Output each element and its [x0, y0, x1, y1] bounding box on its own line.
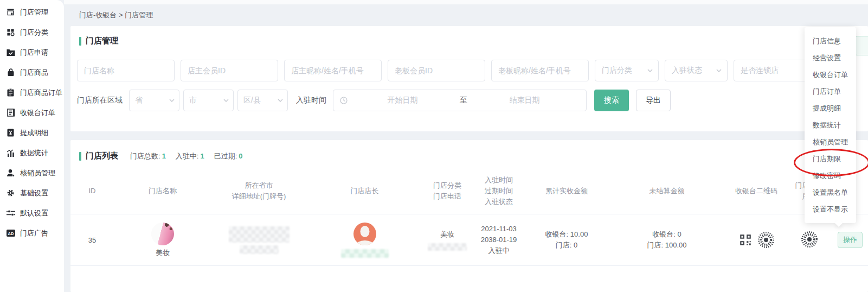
bar-chart-icon — [6, 148, 15, 157]
column-header-id: ID — [70, 168, 114, 214]
gear-icon — [6, 188, 15, 198]
breadcrumb-text: 门店-收银台 > 门店管理 — [79, 11, 153, 19]
received-cashier: 收银台: 10.00 — [528, 229, 605, 240]
sidebar-item-default-settings[interactable]: 默认设置 — [0, 203, 64, 223]
owner-nickname-input[interactable] — [284, 60, 382, 81]
sidebar: 门店管理 门店分类 门店申请 门店商品 门店商品订单 收银台订单 — [0, 0, 64, 292]
stat-active: 入驻中:1 — [176, 151, 204, 161]
stat-expired: 已过期:0 — [214, 151, 243, 161]
boss-nickname-input[interactable] — [491, 60, 589, 81]
menu-item-store-term[interactable]: 门店期限 — [805, 150, 856, 167]
sidebar-menu: 门店管理 门店分类 门店申请 门店商品 门店商品订单 收银台订单 — [0, 0, 64, 243]
boss-member-id-input[interactable] — [388, 60, 485, 81]
store-name-text: 美妆 — [116, 248, 209, 258]
miniprogram-code-icon[interactable] — [801, 231, 818, 248]
clock-icon — [340, 97, 348, 104]
select-placeholder: 省 — [135, 96, 143, 105]
menu-item-set-hidden[interactable]: 设置不显示 — [805, 201, 856, 218]
sidebar-item-label: 基础设置 — [20, 188, 48, 198]
row-action-button[interactable]: 操作 — [838, 232, 863, 248]
qr-code-icon[interactable] — [738, 233, 753, 247]
date-range-input[interactable]: 开始日期 至 结束日期 — [333, 90, 587, 111]
green-bar — [79, 152, 81, 161]
sidebar-item-commission-detail[interactable]: 提成明细 — [0, 123, 64, 143]
chevron-down-icon — [223, 99, 229, 102]
menu-item-cashier-orders[interactable]: 收银台订单 — [805, 66, 856, 83]
end-date-placeholder: 结束日期 — [470, 96, 580, 105]
store-avatar[interactable] — [151, 223, 174, 245]
store-name-input[interactable] — [77, 60, 175, 81]
city-select[interactable]: 市 — [183, 90, 234, 111]
menu-item-store-orders[interactable]: 门店订单 — [805, 83, 856, 100]
filter-row-2: 门店所在区域 省 市 区/县 入驻时间 开始日期 至 — [77, 90, 671, 111]
column-header-unsettled: 未结算金额 — [607, 168, 726, 214]
section-title-text: 门店列表 — [86, 151, 118, 161]
received-store: 门店: 0 — [528, 240, 605, 251]
menu-item-data-stats[interactable]: 数据统计 — [805, 117, 856, 134]
cell-unsettled: 收银台: 0 门店: 100.00 — [607, 214, 726, 266]
unsettled-store: 门店: 100.00 — [609, 240, 724, 251]
select-placeholder: 入驻状态 — [672, 66, 702, 75]
sidebar-item-data-stats[interactable]: 数据统计 — [0, 143, 64, 163]
blurred-address-line2 — [240, 245, 279, 254]
sidebar-item-verifier-manage[interactable]: 核销员管理 — [0, 163, 64, 183]
export-button[interactable]: 导出 — [636, 90, 671, 111]
filter-panel: 门店管理 门店分类 入驻状态 是否连锁店 — [70, 26, 868, 131]
sidebar-item-label: 提成明细 — [20, 128, 48, 138]
province-select[interactable]: 省 — [129, 90, 179, 111]
manager-avatar[interactable] — [353, 223, 376, 245]
sidebar-item-cashier-orders[interactable]: 收银台订单 — [0, 103, 64, 123]
sidebar-item-store-goods[interactable]: 门店商品 — [0, 62, 64, 82]
cell-join-time: 2021-11-03 2038-01-19 入驻中 — [472, 214, 526, 266]
cell-received: 收银台: 10.00 门店: 0 — [526, 214, 607, 266]
chevron-down-icon — [647, 69, 653, 72]
ledger-icon — [6, 128, 15, 137]
cell-id: 35 — [70, 214, 114, 266]
region-label: 门店所在区域 — [77, 96, 123, 105]
sidebar-item-store-goods-orders[interactable]: 门店商品订单 — [0, 82, 64, 103]
chevron-down-icon — [169, 99, 175, 102]
column-header-manager: 门店店长 — [306, 168, 423, 214]
storefront-icon — [6, 8, 15, 17]
cell-store-name: 美妆 — [114, 214, 211, 266]
stat-total: 门店总数:1 — [130, 151, 166, 161]
menu-item-business-settings[interactable]: 经营设置 — [805, 49, 856, 66]
unsettled-cashier: 收银台: 0 — [609, 229, 724, 240]
column-header-cashier-qr: 收银台二维码 — [726, 168, 786, 214]
sidebar-item-store-apply[interactable]: 门店申请 — [0, 42, 64, 62]
owner-member-id-input[interactable] — [181, 60, 278, 81]
cell-manager — [306, 214, 423, 266]
start-date-placeholder: 开始日期 — [348, 96, 458, 105]
expire-time-text: 2038-01-19 — [474, 234, 524, 245]
column-header-category: 门店分类 门店电话 — [423, 168, 472, 214]
store-list-panel: 门店列表 门店总数:1 入驻中:1 已过期:0 ID 门店名称 — [70, 140, 868, 292]
sidebar-item-label: 门店商品订单 — [20, 88, 62, 98]
sidebar-item-store-manage[interactable]: 门店管理 — [0, 2, 64, 22]
store-category-select[interactable]: 门店分类 — [595, 60, 659, 81]
join-time-label: 入驻时间 — [296, 96, 326, 105]
menu-item-change-password[interactable]: 修改密码 — [805, 167, 856, 184]
sidebar-item-basic-settings[interactable]: 基础设置 — [0, 183, 64, 203]
sidebar-item-label: 门店分类 — [20, 28, 48, 37]
menu-item-commission-detail[interactable]: 提成明细 — [805, 100, 856, 117]
add-store-button-partial[interactable] — [854, 36, 868, 55]
sidebar-item-label: 数据统计 — [20, 148, 48, 158]
green-bar — [79, 37, 81, 46]
district-select[interactable]: 区/县 — [237, 90, 288, 111]
sidebar-item-label: 门店商品 — [20, 68, 48, 78]
select-placeholder: 市 — [189, 96, 197, 105]
receipt-icon — [6, 108, 15, 117]
list-header: 门店列表 门店总数:1 入驻中:1 已过期:0 — [79, 151, 243, 161]
menu-item-set-blacklist[interactable]: 设置黑名单 — [805, 184, 856, 201]
miniprogram-code-icon[interactable] — [757, 231, 775, 249]
menu-item-store-info[interactable]: 门店信息 — [805, 33, 856, 49]
search-button[interactable]: 搜索 — [594, 90, 629, 111]
main-content: 门店-收银台 > 门店管理 门店管理 门店分类 入驻状态 — [70, 0, 868, 292]
svg-text:AD: AD — [8, 231, 14, 236]
column-header-received: 累计实收金额 — [526, 168, 607, 214]
section-title-text: 门店管理 — [86, 36, 118, 46]
menu-item-verifier-manage[interactable]: 核销员管理 — [805, 134, 856, 150]
sidebar-item-store-ads[interactable]: AD 门店广告 — [0, 223, 64, 243]
sidebar-item-store-category[interactable]: 门店分类 — [0, 22, 64, 42]
settle-status-select[interactable]: 入驻状态 — [665, 60, 728, 81]
